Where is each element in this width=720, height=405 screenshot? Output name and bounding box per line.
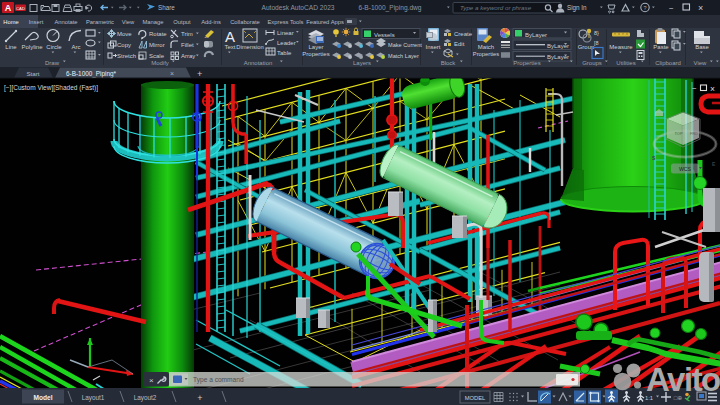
svg-text:Mirror: Mirror (149, 42, 165, 48)
svg-text:×: × (149, 376, 154, 385)
svg-text:Modify: Modify (151, 60, 169, 66)
svg-text:Move: Move (117, 31, 132, 37)
svg-text:MODEL: MODEL (465, 395, 486, 401)
svg-text:−: − (692, 84, 697, 93)
svg-text:Avito: Avito (646, 361, 720, 398)
svg-text:Circle: Circle (46, 44, 62, 50)
svg-text:Output: Output (173, 19, 191, 25)
svg-text:Manage: Manage (143, 19, 164, 25)
svg-text:6-B-1000_Piping*: 6-B-1000_Piping* (66, 70, 117, 78)
svg-text:Clipboard: Clipboard (655, 60, 681, 66)
svg-text:Stretch: Stretch (117, 53, 136, 59)
svg-text:Autodesk AutoCAD 2023: Autodesk AutoCAD 2023 (262, 4, 335, 11)
svg-text:Base: Base (695, 44, 709, 50)
svg-text:Collaborate: Collaborate (230, 19, 260, 25)
svg-text:Polyline: Polyline (21, 44, 43, 50)
svg-text:Line: Line (5, 44, 17, 50)
svg-text:Layout2: Layout2 (134, 394, 157, 402)
svg-text:Vessels: Vessels (374, 32, 395, 38)
svg-text:Match: Match (478, 44, 494, 50)
svg-text:Add-ins: Add-ins (201, 19, 221, 25)
svg-text:Measure: Measure (609, 44, 633, 50)
svg-text:Arc: Arc (72, 44, 81, 50)
svg-text:View: View (694, 60, 708, 66)
svg-text:Layout1: Layout1 (82, 394, 105, 402)
svg-text:Featured Apps: Featured Apps (306, 19, 344, 25)
svg-text:Insert: Insert (29, 19, 44, 25)
svg-text:Properties: Properties (473, 51, 500, 57)
svg-text:TOP: TOP (675, 131, 683, 136)
svg-text:Type a keyword or phrase: Type a keyword or phrase (460, 4, 532, 11)
svg-text:Block: Block (441, 60, 457, 66)
svg-text:WCS: WCS (679, 166, 692, 172)
svg-text:Start: Start (26, 70, 39, 77)
svg-text:Properties: Properties (302, 51, 329, 57)
svg-text:Express Tools: Express Tools (268, 19, 304, 25)
svg-text:Leader: Leader (277, 40, 296, 46)
svg-text:Array: Array (181, 53, 195, 59)
svg-text:Table: Table (277, 50, 292, 56)
svg-text:CAD: CAD (16, 6, 25, 11)
svg-text:Home: Home (3, 19, 18, 25)
svg-text:×: × (698, 3, 703, 13)
svg-text:ByLayer: ByLayer (525, 32, 547, 38)
svg-text:Groups: Groups (582, 60, 602, 66)
svg-text:A: A (225, 28, 235, 45)
svg-text:Share: Share (158, 4, 175, 11)
svg-text:Rotate: Rotate (149, 31, 167, 37)
svg-text:6-B-1000_Piping.dwg: 6-B-1000_Piping.dwg (358, 4, 421, 12)
svg-text:×: × (170, 70, 174, 77)
svg-text:Model: Model (33, 394, 52, 401)
svg-text:Annotate: Annotate (54, 19, 77, 25)
svg-text:Copy: Copy (117, 42, 131, 48)
svg-text:FRO: FRO (690, 132, 698, 136)
svg-text:[−][Custom View][Shaded (Fast): [−][Custom View][Shaded (Fast)] (4, 84, 98, 92)
svg-text:Type a command: Type a command (193, 376, 244, 384)
svg-text:Properties: Properties (513, 60, 540, 66)
svg-text:Layer: Layer (308, 44, 323, 50)
svg-text:Make Current: Make Current (388, 42, 422, 48)
svg-text:Text: Text (224, 44, 235, 50)
svg-text:?: ? (643, 5, 646, 11)
svg-text:Edit: Edit (454, 41, 465, 47)
svg-text:+: + (197, 393, 202, 403)
svg-text:[8: [8 (594, 40, 599, 46)
svg-text:Paste: Paste (653, 44, 669, 50)
svg-text:Layers: Layers (353, 60, 371, 66)
svg-text:Draw: Draw (45, 60, 60, 66)
svg-text:Fillet: Fillet (181, 42, 194, 48)
svg-text:×: × (710, 84, 715, 94)
svg-text:Sign In: Sign In (567, 4, 587, 12)
svg-text:Match Layer: Match Layer (388, 53, 419, 59)
svg-text:+: + (197, 69, 202, 79)
svg-text:Parametric: Parametric (86, 19, 114, 25)
svg-text:8}: 8} (594, 30, 599, 36)
svg-text:Scale: Scale (149, 53, 165, 59)
svg-text:Insert: Insert (425, 44, 440, 50)
svg-text:Utilities: Utilities (616, 60, 635, 66)
svg-text:Linear: Linear (277, 30, 294, 36)
svg-text:View: View (122, 19, 135, 25)
svg-text:Trim: Trim (181, 31, 193, 37)
svg-text:Dimension: Dimension (236, 44, 263, 50)
svg-text:Create: Create (454, 31, 473, 37)
svg-text:−: − (669, 4, 674, 13)
svg-text:A: A (5, 3, 12, 13)
svg-text:Annotation: Annotation (244, 60, 273, 66)
